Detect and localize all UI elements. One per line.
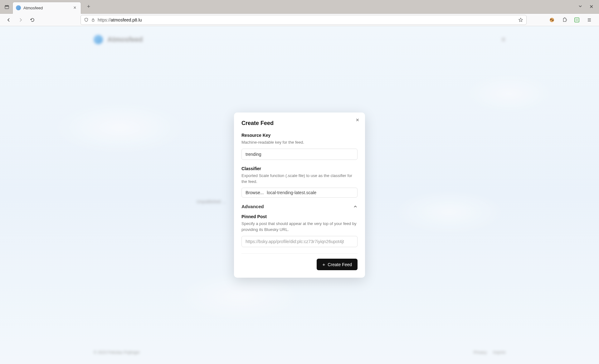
extension-mate-icon[interactable] — [548, 17, 555, 23]
svg-rect-7 — [576, 19, 578, 21]
svg-point-4 — [550, 19, 552, 20]
modal-title: Create Feed — [241, 120, 358, 127]
reload-button[interactable] — [28, 16, 37, 24]
tab-title: Atmosfeed — [23, 6, 70, 10]
modal-overlay[interactable]: ✕ Create Feed Resource Key Machine-reada… — [0, 26, 599, 364]
advanced-section-toggle[interactable]: Advanced — [241, 204, 358, 209]
arrow-right-icon — [18, 17, 23, 22]
pinned-post-field: Pinned Post Specify a post that should a… — [241, 214, 358, 247]
tab-favicon — [16, 5, 21, 10]
browser-tab-bar: Atmosfeed × + ✕ — [0, 0, 599, 14]
chevron-down-icon — [578, 4, 582, 8]
puzzle-icon — [562, 17, 567, 22]
chrome-controls: ✕ — [578, 4, 597, 10]
bookmark-star-icon[interactable] — [518, 17, 523, 22]
classifier-description: Exported Scale function (.scale file) to… — [241, 173, 358, 185]
selected-file-name: local-trending-latest.scale — [267, 190, 316, 195]
tab-close-button[interactable]: × — [72, 5, 78, 11]
app-menu-button[interactable] — [586, 17, 593, 23]
pinned-post-input[interactable] — [241, 236, 358, 247]
tab-list-dropdown[interactable] — [578, 4, 582, 10]
create-feed-button[interactable]: + Create Feed — [317, 259, 358, 270]
browser-toolbar: https://atmosfeed.p8.lu — [0, 14, 599, 26]
resource-key-input[interactable] — [241, 149, 358, 160]
extensions-button[interactable] — [561, 17, 568, 23]
forward-button[interactable] — [16, 16, 25, 24]
extension-green-icon[interactable] — [573, 17, 580, 23]
back-button[interactable] — [4, 16, 13, 24]
advanced-title: Advanced — [241, 204, 264, 209]
classifier-label: Classifier — [241, 166, 358, 171]
modal-footer: + Create Feed — [241, 253, 358, 270]
extension-icon — [549, 17, 555, 23]
page-container: Atmosfeed ≡ Unpublished ... © 2023 Felic… — [0, 26, 599, 364]
resource-key-description: Machine-readable key for the feed. — [241, 140, 358, 146]
arrow-left-icon — [6, 17, 11, 22]
new-tab-button[interactable]: + — [84, 2, 93, 11]
shield-icon — [84, 17, 89, 22]
url-text: https://atmosfeed.p8.lu — [98, 17, 516, 22]
history-icon — [4, 4, 9, 9]
square-icon — [574, 17, 580, 23]
resource-key-field: Resource Key Machine-readable key for th… — [241, 133, 358, 160]
classifier-field: Classifier Exported Scale function (.sca… — [241, 166, 358, 198]
pinned-post-label: Pinned Post — [241, 214, 358, 219]
recent-history-button[interactable] — [2, 2, 11, 11]
pinned-post-description: Specify a post that should appear at the… — [241, 221, 358, 233]
hamburger-icon — [587, 17, 592, 22]
svg-point-5 — [552, 20, 553, 21]
window-close-button[interactable]: ✕ — [589, 4, 593, 10]
chevron-up-icon — [353, 204, 358, 209]
resource-key-label: Resource Key — [241, 133, 358, 138]
browse-button[interactable]: Browse... — [246, 190, 264, 195]
reload-icon — [30, 17, 35, 22]
modal-close-button[interactable]: ✕ — [356, 117, 359, 122]
plus-icon: + — [322, 262, 325, 267]
create-feed-button-label: Create Feed — [328, 262, 352, 267]
classifier-file-input[interactable]: Browse... local-trending-latest.scale — [241, 188, 358, 198]
lock-icon — [91, 18, 95, 22]
svg-rect-2 — [92, 20, 94, 22]
svg-point-3 — [550, 18, 554, 22]
create-feed-modal: ✕ Create Feed Resource Key Machine-reada… — [234, 113, 365, 278]
address-bar[interactable]: https://atmosfeed.p8.lu — [80, 15, 527, 25]
svg-rect-1 — [5, 6, 9, 7]
browser-tab[interactable]: Atmosfeed × — [12, 2, 81, 14]
